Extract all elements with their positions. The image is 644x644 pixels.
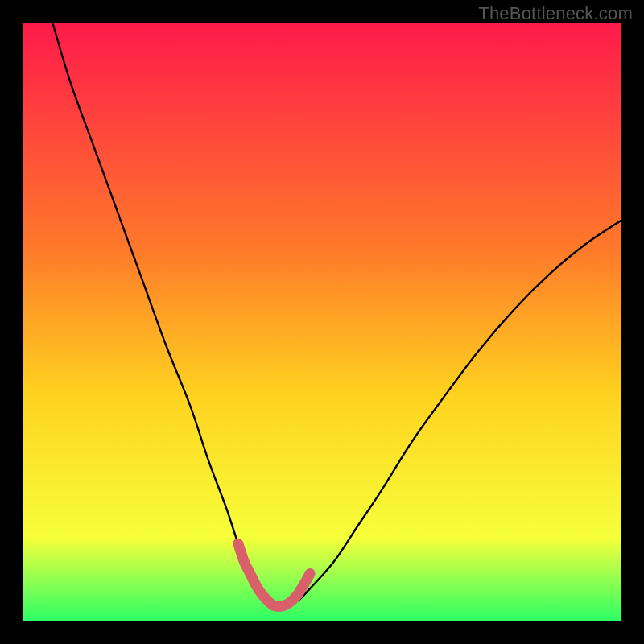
chart-frame: TheBottleneck.com bbox=[0, 0, 644, 644]
bottleneck-chart bbox=[23, 23, 621, 621]
gradient-background bbox=[23, 23, 621, 621]
watermark-text: TheBottleneck.com bbox=[478, 3, 633, 24]
plot-area bbox=[23, 23, 621, 621]
